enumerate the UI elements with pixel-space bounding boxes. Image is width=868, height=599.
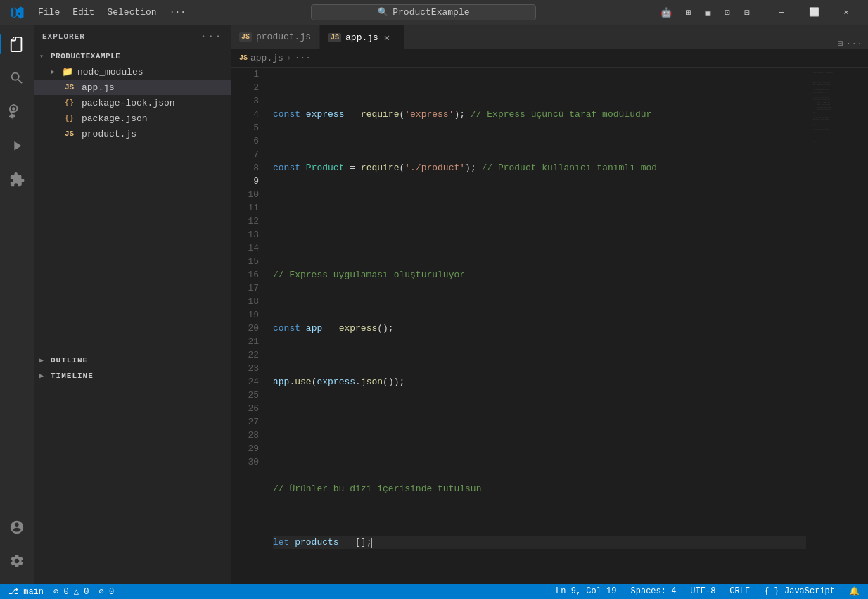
breadcrumb-sep: › xyxy=(286,53,292,63)
project-name: PRODUCTEXAMPLE xyxy=(51,52,120,61)
json-icon: {} xyxy=(65,99,77,107)
menu-edit[interactable]: Edit xyxy=(67,4,100,20)
activity-search[interactable] xyxy=(0,61,34,95)
status-warnings[interactable]: ⊘ 0 xyxy=(96,586,117,597)
tab-product-js[interactable]: JS product.js xyxy=(231,25,320,49)
timeline-header[interactable]: ▶ TIMELINE xyxy=(34,368,231,384)
outline-label: OUTLINE xyxy=(51,356,88,365)
search-bar[interactable]: 🔍 ProductExample xyxy=(311,4,536,20)
menu-selection[interactable]: Selection xyxy=(101,4,162,20)
menu-more[interactable]: ··· xyxy=(164,4,191,20)
tab-right-actions: ⊟ ··· xyxy=(838,38,868,49)
bottom-sections: ▶ OUTLINE ▶ TIMELINE xyxy=(34,353,231,384)
tree-item-package-lock[interactable]: {} package-lock.json xyxy=(34,95,231,111)
search-text: ProductExample xyxy=(392,7,469,18)
sidebar-menu-button[interactable]: ··· xyxy=(200,30,222,43)
code-line-8: // Ürünler bu dizi içerisinde tutulsun xyxy=(273,482,806,496)
code-line-6: app.use(express.json()); xyxy=(273,375,806,389)
outline-header[interactable]: ▶ OUTLINE xyxy=(34,353,231,368)
code-line-3 xyxy=(273,215,806,228)
js-icon-2: JS xyxy=(65,130,77,138)
activity-explorer[interactable] xyxy=(0,27,34,61)
status-right: Ln 9, Col 19 Spaces: 4 UTF-8 CRLF { } Ja… xyxy=(553,586,862,597)
tree-item-node-modules[interactable]: ▶ 📁 node_modules xyxy=(34,64,231,80)
tb-layout3[interactable]: ⊡ xyxy=(720,6,734,20)
file-name-3: package.json xyxy=(82,113,148,124)
activity-extensions[interactable] xyxy=(0,163,34,196)
tab-bar: JS product.js JS app.js ✕ ⊟ ··· xyxy=(231,25,868,49)
project-arrow: ▾ xyxy=(39,52,51,61)
tab-label-1: product.js xyxy=(256,32,311,42)
code-lines[interactable]: const express = require('express'); // E… xyxy=(267,68,812,584)
title-bar-right: 🤖 ⊞ ▣ ⊡ ⊟ — ⬜ ✕ xyxy=(656,0,862,25)
timeline-arrow: ▶ xyxy=(39,372,51,380)
status-position[interactable]: Ln 9, Col 19 xyxy=(553,586,619,596)
menu-file[interactable]: File xyxy=(32,4,65,20)
js-icon: JS xyxy=(65,83,77,92)
tree-item-package-json[interactable]: {} package.json xyxy=(34,111,231,126)
code-line-5: const app = express(); xyxy=(273,322,806,335)
editor-area: JS product.js JS app.js ✕ ⊟ ··· JS app.j… xyxy=(231,25,868,584)
title-bar: File Edit Selection ··· 🔍 ProductExample… xyxy=(0,0,868,25)
code-line-7 xyxy=(273,429,806,442)
cursor xyxy=(371,538,372,548)
folder-icon: 📁 xyxy=(62,66,75,77)
activity-source-control[interactable] xyxy=(0,95,34,129)
tb-layout2[interactable]: ▣ xyxy=(701,6,715,20)
breadcrumb-more[interactable]: ··· xyxy=(295,53,311,63)
tree-item-appjs[interactable]: JS app.js xyxy=(34,80,231,95)
status-bar: ⎇ main ⊘ 0 △ 0 ⊘ 0 Ln 9, Col 19 Spaces: … xyxy=(0,584,868,599)
timeline-label: TIMELINE xyxy=(51,372,94,380)
code-line-4: // Express uygulaması oluşturuluyor xyxy=(273,268,806,282)
tab-app-js[interactable]: JS app.js ✕ xyxy=(320,25,404,49)
breadcrumb-js-icon: JS xyxy=(239,54,248,62)
status-language[interactable]: { } JavaScript xyxy=(761,586,838,596)
status-spaces[interactable]: Spaces: 4 xyxy=(628,586,679,596)
sidebar-tree: ▾ PRODUCTEXAMPLE ▶ 📁 node_modules JS app… xyxy=(34,49,231,584)
tree-item-product-js[interactable]: JS product.js xyxy=(34,126,231,141)
editor-content[interactable]: 1 2 3 4 5 6 7 8 9 10 11 12 13 14 15 16 1… xyxy=(231,68,868,584)
window-controls: — ⬜ ✕ xyxy=(765,0,862,25)
sidebar-header: EXPLORER ··· xyxy=(34,25,231,49)
tab-js-badge-1: JS xyxy=(239,32,252,42)
sidebar-title: EXPLORER xyxy=(42,32,85,41)
status-bell[interactable]: 🔔 xyxy=(846,586,862,597)
status-branch[interactable]: ⎇ main xyxy=(6,586,46,597)
tab-label-2: app.js xyxy=(345,32,378,43)
minimize-button[interactable]: — xyxy=(765,0,798,25)
vscode-logo xyxy=(6,1,28,24)
activity-bar xyxy=(0,25,34,584)
status-left: ⎇ main ⊘ 0 △ 0 ⊘ 0 xyxy=(6,586,117,597)
tb-copilot[interactable]: 🤖 xyxy=(656,6,676,20)
more-actions-button[interactable]: ··· xyxy=(846,39,862,49)
outline-arrow: ▶ xyxy=(39,356,51,365)
close-button[interactable]: ✕ xyxy=(830,0,862,25)
code-line-1: const express = require('express'); // E… xyxy=(273,108,806,121)
activity-bottom xyxy=(0,510,34,578)
activity-account[interactable] xyxy=(0,510,34,544)
code-line-2: const Product = require('./product'); //… xyxy=(273,161,806,175)
minimap-content: const express = require const Product = … xyxy=(812,68,868,147)
activity-run-debug[interactable] xyxy=(0,129,34,163)
title-bar-left: File Edit Selection ··· xyxy=(6,1,191,24)
status-errors[interactable]: ⊘ 0 △ 0 xyxy=(51,586,91,597)
status-line-ending[interactable]: CRLF xyxy=(727,586,753,596)
tab-close-button[interactable]: ✕ xyxy=(383,32,391,44)
title-center: 🔍 ProductExample xyxy=(194,4,653,20)
sidebar: EXPLORER ··· ▾ PRODUCTEXAMPLE ▶ 📁 node_m… xyxy=(34,25,231,584)
minimap: const express = require const Product = … xyxy=(812,68,868,584)
maximize-button[interactable]: ⬜ xyxy=(798,0,830,25)
tb-layout4[interactable]: ⊟ xyxy=(740,6,754,20)
tree-project-root[interactable]: ▾ PRODUCTEXAMPLE xyxy=(34,49,231,64)
status-encoding[interactable]: UTF-8 xyxy=(687,586,718,596)
breadcrumb-filename[interactable]: app.js xyxy=(250,53,283,63)
main-layout: EXPLORER ··· ▾ PRODUCTEXAMPLE ▶ 📁 node_m… xyxy=(0,25,868,584)
activity-settings[interactable] xyxy=(0,544,34,578)
tb-layout1[interactable]: ⊞ xyxy=(682,6,696,20)
folder-arrow: ▶ xyxy=(51,68,62,76)
search-icon: 🔍 xyxy=(378,7,388,18)
line-numbers: 1 2 3 4 5 6 7 8 9 10 11 12 13 14 15 16 1… xyxy=(231,68,267,584)
json-icon-2: {} xyxy=(65,114,77,122)
code-line-9: let products = []; xyxy=(273,536,806,549)
split-editor-button[interactable]: ⊟ xyxy=(838,38,843,49)
